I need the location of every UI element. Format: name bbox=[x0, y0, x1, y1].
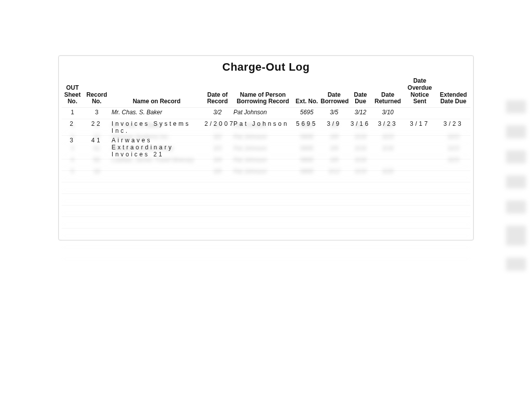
cell-extdue: 3/23 bbox=[436, 119, 470, 136]
cell-overdue: 3/17 bbox=[403, 119, 436, 136]
cell-returned: 3/23 bbox=[372, 119, 403, 136]
cell-rec: 3 bbox=[83, 108, 110, 119]
empty-row bbox=[62, 171, 470, 182]
page-title: Charge-Out Log bbox=[62, 59, 470, 77]
cell-out: 3 bbox=[62, 136, 83, 159]
col-dbor: Date Borrowed bbox=[320, 77, 349, 108]
empty-row bbox=[62, 229, 470, 240]
empty-row bbox=[62, 194, 470, 205]
cell-overdue bbox=[403, 108, 436, 119]
table-row: 341Airwaves Extraordinary Invoices 21 bbox=[62, 136, 470, 159]
cell-dor: 3/2 bbox=[203, 108, 232, 119]
cell-dborrowed: 3/9 bbox=[320, 119, 349, 136]
empty-row bbox=[62, 159, 470, 171]
cell-ext: 5695 bbox=[294, 119, 320, 136]
col-ext: Ext. No. bbox=[294, 77, 320, 108]
col-due: Date Due bbox=[349, 77, 372, 108]
table-row: 222Invoices Systems Inc.2/2007Pat Johnso… bbox=[62, 119, 470, 136]
cell-ext bbox=[294, 136, 320, 159]
cell-borrower: Pat Johnson bbox=[232, 119, 294, 136]
cell-out: 1 bbox=[62, 108, 83, 119]
header-row: OUT Sheet No. Record No. Name on Record … bbox=[62, 77, 470, 108]
cell-ext: 5695 bbox=[294, 108, 320, 119]
empty-row bbox=[62, 205, 470, 217]
table-row: 13Mr. Chas. S. Baker3/2Pat Johnson56953/… bbox=[62, 108, 470, 119]
cell-extdue bbox=[436, 108, 470, 119]
log-sheet: Charge-Out Log 13Mr. Chas. S. Baker3/2Pa… bbox=[58, 55, 474, 241]
cell-borrower: Pat Johnson bbox=[232, 108, 294, 119]
empty-row bbox=[62, 182, 470, 194]
col-dor: Date of Record bbox=[203, 77, 232, 108]
cell-dborrowed bbox=[320, 136, 349, 159]
document-page: Charge-Out Log 13Mr. Chas. S. Baker3/2Pa… bbox=[0, 0, 532, 412]
cell-due bbox=[349, 136, 372, 159]
cell-borrower bbox=[232, 136, 294, 159]
cell-extdue bbox=[436, 136, 470, 159]
col-rec: Record No. bbox=[83, 77, 110, 108]
col-out: OUT Sheet No. bbox=[62, 77, 83, 108]
col-over: Date Overdue Notice Sent bbox=[403, 77, 436, 108]
col-name: Name on Record bbox=[110, 77, 203, 108]
cell-name: Mr. Chas. S. Baker bbox=[110, 108, 203, 119]
cell-dor: 2/2007 bbox=[203, 119, 232, 136]
cell-dor bbox=[203, 136, 232, 159]
col-borr: Name of Person Borrowing Record bbox=[232, 77, 294, 108]
empty-row bbox=[62, 217, 470, 229]
cell-rec: 41 bbox=[83, 136, 110, 159]
cell-dborrowed: 3/5 bbox=[320, 108, 349, 119]
log-table: OUT Sheet No. Record No. Name on Record … bbox=[62, 77, 470, 240]
edge-blur-labels bbox=[506, 100, 526, 283]
col-ret: Date Returned bbox=[372, 77, 403, 108]
cell-returned bbox=[372, 136, 403, 159]
cell-due: 3/16 bbox=[349, 119, 372, 136]
col-extd: Extended Date Due bbox=[436, 77, 470, 108]
cell-name: Invoices Systems Inc. bbox=[110, 119, 203, 136]
cell-overdue bbox=[403, 136, 436, 159]
cell-name: Airwaves Extraordinary Invoices 21 bbox=[110, 136, 203, 159]
cell-rec: 22 bbox=[83, 119, 110, 136]
cell-due: 3/12 bbox=[349, 108, 372, 119]
cell-returned: 3/10 bbox=[372, 108, 403, 119]
cell-out: 2 bbox=[62, 119, 83, 136]
